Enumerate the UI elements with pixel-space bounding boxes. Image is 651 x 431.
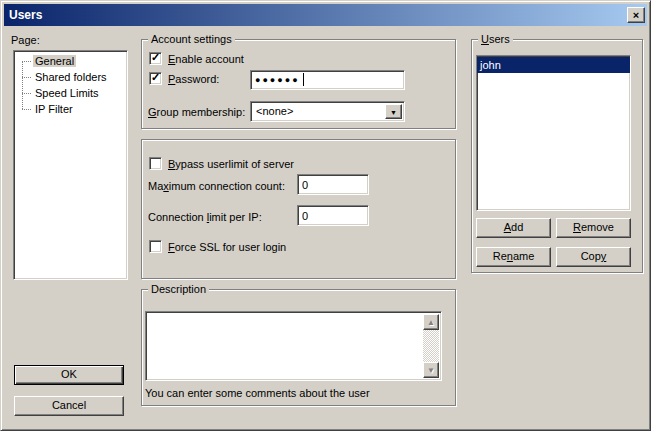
max-connection-count-label: Maximum connection count: — [148, 180, 285, 193]
tree-item-speed-limits[interactable]: Speed Limits — [14, 85, 127, 101]
connection-limit-per-ip-input[interactable] — [297, 205, 369, 226]
users-group: Users john Add Remove Rename Copy — [471, 39, 643, 273]
tree-item-general[interactable]: General — [14, 53, 127, 69]
checkmark-icon: ✓ — [151, 71, 160, 84]
text-caret — [303, 73, 304, 86]
page-tree[interactable]: General Shared folders Speed Limits IP F… — [13, 50, 128, 280]
vertical-scrollbar[interactable]: ▲ ▼ — [423, 314, 439, 378]
description-hint: You can enter some comments about the us… — [145, 387, 370, 400]
force-ssl-checkbox[interactable]: ✓ — [149, 240, 162, 253]
description-title: Description — [148, 283, 209, 296]
remove-button[interactable]: Remove — [556, 218, 631, 238]
users-group-title: Users — [478, 33, 513, 46]
users-dialog: Users × Page: General Shared folders Spe… — [0, 0, 651, 431]
close-button[interactable]: × — [627, 7, 645, 23]
bypass-userlimit-label: Bypass userlimit of server — [168, 158, 294, 171]
rename-button[interactable]: Rename — [476, 247, 551, 267]
password-label: Password: — [168, 73, 219, 86]
copy-button[interactable]: Copy — [556, 247, 631, 267]
ok-button[interactable]: OK — [14, 365, 124, 385]
enable-account-checkbox[interactable]: ✓ — [149, 52, 162, 65]
group-membership-label: Group membership: — [148, 106, 245, 119]
password-checkbox[interactable]: ✓ — [149, 72, 162, 85]
users-list[interactable]: john — [476, 55, 631, 211]
add-button[interactable]: Add — [476, 218, 551, 238]
force-ssl-label: Force SSL for user login — [168, 241, 286, 254]
bypass-userlimit-checkbox[interactable]: ✓ — [149, 157, 162, 170]
dropdown-button[interactable]: ▼ — [385, 104, 402, 119]
arrow-up-icon: ▲ — [427, 318, 435, 327]
account-settings-title: Account settings — [148, 33, 235, 46]
scroll-down-button[interactable]: ▼ — [423, 362, 439, 378]
connection-settings-frame: ✓ Bypass userlimit of server Maximum con… — [141, 139, 456, 279]
password-masked-value: ●●●●●● — [255, 74, 300, 86]
tree-item-shared-folders[interactable]: Shared folders — [14, 69, 127, 85]
group-membership-select[interactable]: <none> ▼ — [250, 101, 405, 122]
titlebar[interactable]: Users × — [4, 4, 647, 26]
connection-limit-per-ip-label: Connection limit per IP: — [148, 211, 262, 224]
tree-item-ip-filter[interactable]: IP Filter — [14, 101, 127, 117]
enable-account-label: Enable account — [168, 53, 244, 66]
page-label: Page: — [11, 34, 40, 47]
checkmark-icon: ✓ — [151, 51, 160, 64]
window-title: Users — [9, 4, 42, 26]
cancel-button[interactable]: Cancel — [14, 396, 124, 416]
account-settings-group: Account settings ✓ Enable account ✓ Pass… — [141, 39, 456, 129]
password-input[interactable]: ●●●●●● — [250, 70, 405, 90]
description-textarea[interactable]: ▲ ▼ — [145, 311, 442, 381]
arrow-down-icon: ▼ — [427, 366, 435, 375]
chevron-down-icon: ▼ — [390, 109, 397, 116]
max-connection-count-input[interactable] — [297, 174, 369, 195]
list-item-john[interactable]: john — [477, 57, 630, 73]
close-icon: × — [633, 9, 639, 21]
description-group: Description ▲ ▼ You can enter some comme… — [141, 289, 456, 406]
scroll-up-button[interactable]: ▲ — [423, 314, 439, 330]
group-membership-value: <none> — [256, 105, 293, 118]
